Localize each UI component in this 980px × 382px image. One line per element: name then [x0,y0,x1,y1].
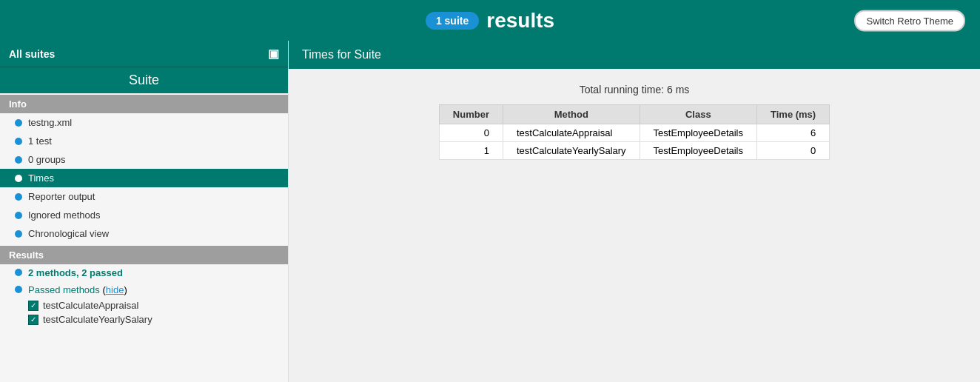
method-list: ✓ testCalculateAppraisal ✓ testCalculate… [0,298,288,326]
table-row: 1 testCalculateYearlySalary TestEmployee… [439,142,829,160]
method-item-0[interactable]: ✓ testCalculateAppraisal [28,298,288,312]
suite-title: Suite [0,67,288,93]
times-table: Number Method Class Time (ms) 0 testCalc… [439,104,830,160]
passed-methods-item: Passed methods (hide) [0,281,288,298]
dot-icon [15,138,22,145]
methods-count: 2 methods, 2 passed [28,267,123,278]
sidebar: All suites ▣ Suite Info testng.xml 1 tes… [0,41,289,382]
header: 1 suite results Switch Retro Theme [0,0,980,41]
total-time-label: Total running time: 6 ms [303,84,965,96]
nav-item-0groups[interactable]: 0 groups [0,150,288,169]
nav-item-label: 0 groups [28,154,66,165]
method-name: testCalculateYearlySalary [43,314,152,325]
dot-icon [15,269,22,276]
cell-number: 1 [439,142,503,160]
dot-icon [15,230,22,238]
nav-item-label: Times [28,172,54,184]
retro-theme-button[interactable]: Switch Retro Theme [854,10,965,31]
nav-item-reporter[interactable]: Reporter output [0,187,288,206]
results-title: results [486,9,554,33]
nav-item-1test[interactable]: 1 test [0,132,288,150]
all-suites-label: All suites [9,48,55,60]
suite-count-badge: 1 suite [426,12,479,30]
dot-icon [15,175,22,182]
method-checkbox: ✓ [28,301,38,311]
col-method: Method [503,105,640,124]
nav-item-label: Chronological view [28,228,109,239]
cell-class: TestEmployeeDetails [640,142,756,160]
content-area: Times for Suite Total running time: 6 ms… [289,41,980,382]
nav-item-ignored[interactable]: Ignored methods [0,206,288,224]
method-name: testCalculateAppraisal [43,300,138,311]
cell-method: testCalculateAppraisal [503,124,640,142]
all-suites-header: All suites ▣ [0,41,288,67]
nav-item-label: testng.xml [28,117,72,128]
dot-icon [15,119,22,127]
content-body: Total running time: 6 ms Number Method C… [289,69,980,175]
dot-icon [15,286,22,293]
passed-methods-label: Passed methods [28,284,100,295]
content-header: Times for Suite [289,41,980,69]
result-summary: 2 methods, 2 passed [0,264,288,281]
method-item-1[interactable]: ✓ testCalculateYearlySalary [28,312,288,326]
cell-time: 0 [757,142,830,160]
nav-item-times[interactable]: Times [0,169,288,187]
col-time: Time (ms) [757,105,830,124]
cell-method: testCalculateYearlySalary [503,142,640,160]
hide-link[interactable]: hide [106,284,124,295]
col-number: Number [439,105,503,124]
results-section-label: Results [0,246,288,264]
dot-icon [15,156,22,164]
dot-icon [15,212,22,219]
dot-icon [15,193,22,201]
nav-item-chrono[interactable]: Chronological view [0,224,288,243]
nav-item-label: 1 test [28,135,52,147]
cell-number: 0 [439,124,503,142]
main-layout: All suites ▣ Suite Info testng.xml 1 tes… [0,41,980,382]
method-checkbox: ✓ [28,315,38,325]
nav-item-label: Reporter output [28,191,95,202]
nav-item-testng[interactable]: testng.xml [0,113,288,132]
nav-item-label: Ignored methods [28,210,101,221]
info-section-label: Info [0,95,288,113]
col-class: Class [640,105,756,124]
collapse-icon[interactable]: ▣ [268,47,279,61]
table-row: 0 testCalculateAppraisal TestEmployeeDet… [439,124,829,142]
cell-class: TestEmployeeDetails [640,124,756,142]
cell-time: 6 [757,124,830,142]
